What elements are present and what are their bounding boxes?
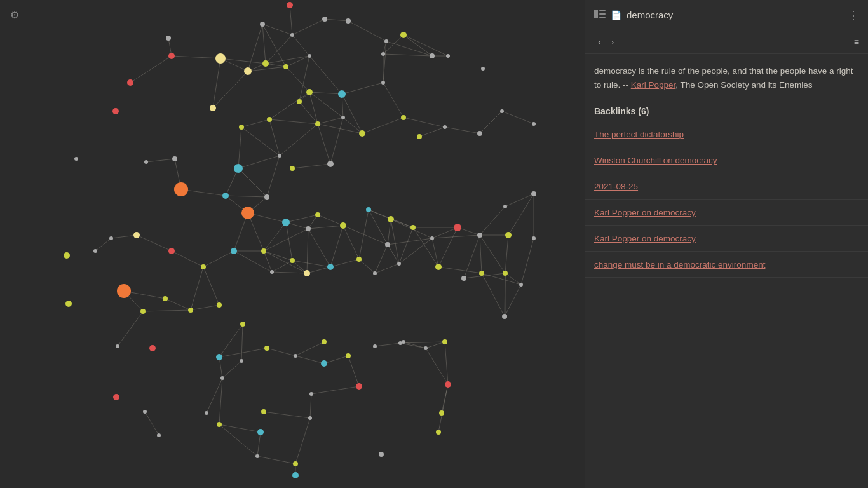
backlink-link[interactable]: The perfect dictatorship	[594, 130, 684, 139]
content-text: democracy is the rule of the people, and…	[594, 64, 859, 92]
karl-popper-link[interactable]: Karl Popper	[631, 80, 676, 90]
svg-rect-0	[594, 10, 598, 18]
backlink-item[interactable]: Winston Churchill on democracy	[585, 147, 868, 173]
right-header-left: 📄 democracy	[594, 10, 673, 21]
backlink-item[interactable]: Karl Popper on democracy	[585, 226, 868, 252]
right-panel: 📄 democracy ⋮ ‹ › ≡ democracy is the rul…	[585, 0, 868, 488]
svg-rect-3	[599, 17, 606, 18]
backlink-item[interactable]: Karl Popper on democracy	[585, 200, 868, 226]
doc-icon: 📄	[611, 10, 621, 20]
backlink-item[interactable]: 2021-08-25	[585, 173, 868, 200]
sidebar-toggle-icon[interactable]	[594, 10, 606, 21]
doc-title: democracy	[627, 10, 673, 20]
nav-forward-button[interactable]: ›	[607, 36, 618, 48]
backlink-link[interactable]: change must be in a democratic environme…	[594, 260, 765, 269]
nav-back-button[interactable]: ‹	[594, 36, 605, 48]
backlink-item[interactable]: The perfect dictatorship	[585, 121, 868, 147]
backlinks-header: Backlinks (6)	[585, 97, 868, 121]
nav-arrows-left: ‹ ›	[594, 36, 618, 48]
right-header: 📄 democracy ⋮	[585, 0, 868, 30]
more-icon[interactable]: ⋮	[848, 8, 859, 22]
list-icon[interactable]: ≡	[854, 37, 859, 47]
backlink-link[interactable]: 2021-08-25	[594, 182, 638, 191]
backlink-link[interactable]: Karl Popper on democracy	[594, 208, 696, 217]
content-text-after: , The Open Society and its Enemies	[675, 80, 812, 90]
graph-panel: ⚙	[0, 0, 585, 488]
settings-icon[interactable]: ⚙	[10, 9, 19, 21]
backlink-link[interactable]: Winston Churchill on democracy	[594, 156, 717, 165]
content-area: democracy is the rule of the people, and…	[585, 54, 868, 97]
graph-canvas[interactable]	[0, 0, 585, 488]
svg-rect-1	[599, 10, 606, 11]
backlink-link[interactable]: Karl Popper on democracy	[594, 234, 696, 243]
nav-arrows: ‹ › ≡	[585, 30, 868, 54]
backlinks-list: The perfect dictatorshipWinston Churchil…	[585, 121, 868, 488]
backlink-item[interactable]: change must be in a democratic environme…	[585, 252, 868, 278]
svg-rect-2	[599, 13, 606, 15]
